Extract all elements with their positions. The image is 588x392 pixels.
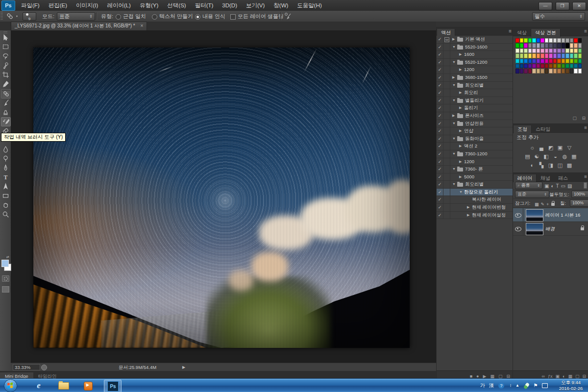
color-swatch[interactable]	[528, 38, 532, 43]
visibility-column[interactable]	[513, 208, 523, 221]
ime-hanja-indicator[interactable]: 漢	[488, 379, 495, 392]
action-dialog-toggle[interactable]	[443, 173, 450, 181]
tab-adjustments[interactable]: 조정	[513, 125, 532, 133]
color-swatch[interactable]	[570, 64, 574, 68]
color-swatch[interactable]	[553, 59, 557, 63]
expand-triangle-icon[interactable]: ▶	[459, 173, 462, 181]
color-swatch[interactable]	[524, 53, 528, 58]
tray-network-icon[interactable]	[541, 379, 549, 392]
shape-layer-filter-icon[interactable]: ▭	[561, 182, 565, 190]
type-layer-filter-icon[interactable]: T	[556, 182, 559, 190]
color-swatch[interactable]	[540, 53, 544, 58]
document-canvas[interactable]	[33, 48, 410, 348]
color-swatch[interactable]	[528, 69, 532, 73]
action-dialog-toggle[interactable]	[443, 189, 450, 196]
color-swatch[interactable]	[549, 43, 553, 48]
collapse-triangle-icon[interactable]: ▼	[452, 150, 456, 158]
action-check-icon[interactable]: ✓	[437, 181, 443, 188]
expand-triangle-icon[interactable]: ▶	[459, 104, 462, 112]
color-swatch[interactable]	[520, 38, 524, 43]
smart-object-filter-icon[interactable]: ▨	[567, 182, 572, 190]
visibility-column[interactable]	[513, 222, 523, 235]
color-swatch[interactable]	[515, 43, 519, 48]
color-swatch[interactable]	[549, 59, 553, 63]
curves-icon[interactable]: ◩	[547, 145, 555, 151]
filter-toggle[interactable]	[584, 182, 587, 189]
expand-triangle-icon[interactable]: ▶	[452, 36, 455, 43]
tray-flag-icon[interactable]: ⚑	[532, 379, 539, 392]
action-check-icon[interactable]: ✓	[437, 173, 443, 181]
action-dialog-toggle[interactable]	[443, 59, 450, 66]
color-swatch[interactable]	[528, 53, 532, 58]
color-balance-icon[interactable]: ☯	[533, 153, 540, 160]
color-swatch[interactable]	[524, 43, 528, 48]
color-swatch[interactable]	[540, 59, 544, 63]
foreground-color-swatch[interactable]	[1, 260, 9, 267]
expand-triangle-icon[interactable]: ▶	[452, 74, 455, 81]
color-swatch[interactable]	[557, 69, 561, 73]
status-flyout-icon[interactable]: ▶	[182, 363, 185, 371]
posterize-icon[interactable]: ▚	[538, 162, 545, 169]
color-swatch[interactable]	[570, 38, 574, 43]
color-swatch[interactable]	[528, 64, 532, 68]
menu-item-4[interactable]: 유형(Y)	[135, 0, 163, 11]
color-swatch[interactable]	[545, 59, 549, 63]
color-swatch[interactable]	[578, 64, 582, 68]
threshold-icon[interactable]: ◨	[547, 162, 555, 169]
lock-transparency-icon[interactable]: ▩	[535, 202, 539, 207]
color-swatch[interactable]	[562, 49, 565, 53]
lock-all-icon[interactable]	[551, 203, 555, 206]
color-swatch[interactable]	[562, 59, 565, 63]
tab-swatches[interactable]: 색상 견본	[531, 29, 561, 37]
action-check-icon[interactable]: ✓	[437, 143, 443, 150]
color-swatch[interactable]	[553, 43, 557, 48]
color-swatch[interactable]	[524, 69, 528, 73]
color-swatch[interactable]	[532, 69, 536, 73]
action-dialog-toggle[interactable]	[443, 212, 450, 219]
color-swatch[interactable]	[553, 49, 557, 53]
photo-filter-icon[interactable]: ◒	[552, 153, 559, 159]
color-swatch[interactable]	[557, 64, 561, 68]
taskbar-clock[interactable]: 오후 9:44 2016-02-26	[556, 380, 586, 392]
color-swatch[interactable]	[562, 69, 565, 73]
collapse-triangle-icon[interactable]: ▼	[452, 59, 456, 66]
action-row[interactable]: ✓▶돌리기	[437, 104, 513, 112]
zoom-level-field[interactable]: 33.33%	[13, 364, 40, 370]
lock-position-icon[interactable]: +	[546, 202, 549, 207]
color-swatch[interactable]	[574, 43, 578, 48]
action-dialog-toggle[interactable]	[443, 104, 450, 112]
exposure-icon[interactable]: ▣	[557, 145, 564, 151]
move-tool[interactable]	[1, 33, 10, 42]
color-swatch[interactable]	[557, 53, 561, 58]
action-group-row[interactable]: ✓▼7360-1200	[437, 150, 513, 158]
status-icon[interactable]	[41, 365, 47, 370]
zoom-tool[interactable]	[1, 210, 10, 219]
path-selection-tool[interactable]	[1, 182, 10, 191]
workspace-dropdown[interactable]: 필수⇕	[532, 12, 585, 21]
action-dialog-toggle[interactable]	[443, 181, 450, 188]
color-swatch[interactable]	[570, 49, 574, 53]
brush-tool[interactable]	[1, 98, 10, 107]
marquee-tool[interactable]	[1, 43, 10, 51]
color-swatch[interactable]	[574, 69, 578, 73]
levels-icon[interactable]: ▄	[538, 145, 545, 150]
color-swatch[interactable]	[565, 43, 569, 48]
color-swatch[interactable]	[540, 38, 544, 43]
color-swatch[interactable]	[545, 38, 549, 43]
history-brush-tool[interactable]	[1, 117, 11, 126]
tray-pill-icon[interactable]	[523, 382, 530, 390]
color-swatch[interactable]	[524, 59, 528, 63]
menu-item-2[interactable]: 이미지(I)	[72, 0, 102, 11]
color-swatch[interactable]	[549, 64, 553, 68]
black-white-icon[interactable]: ◧	[542, 153, 550, 160]
menu-item-5[interactable]: 선택(S)	[163, 0, 190, 11]
action-dialog-toggle[interactable]	[443, 89, 450, 97]
fill-value[interactable]: 100%▾	[570, 199, 588, 207]
action-check-icon[interactable]: ✓	[437, 127, 443, 135]
action-check-icon[interactable]: ✓	[437, 104, 443, 112]
color-swatch[interactable]	[549, 69, 553, 73]
action-check-icon[interactable]: ✓	[437, 196, 443, 203]
color-swatch[interactable]	[553, 64, 557, 68]
clone-stamp-tool[interactable]	[1, 108, 10, 116]
color-swatch[interactable]	[545, 43, 549, 48]
